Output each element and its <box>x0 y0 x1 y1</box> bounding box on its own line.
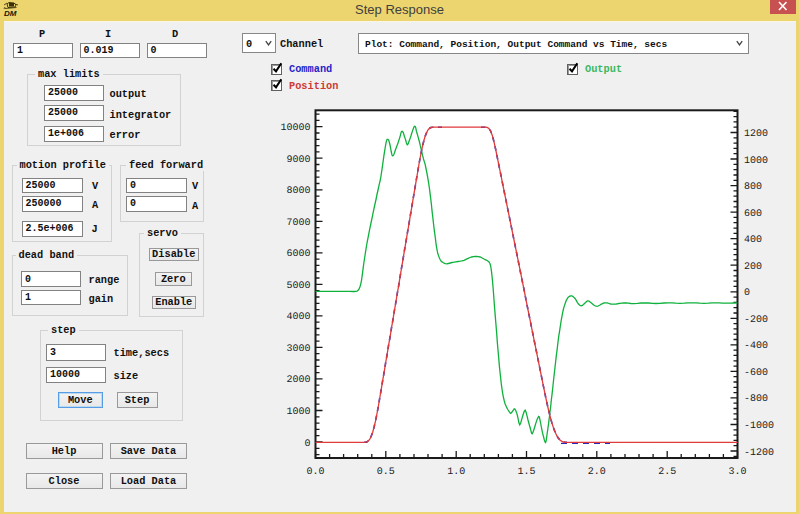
svg-text:0: 0 <box>304 439 310 450</box>
svg-text:2000: 2000 <box>286 375 310 386</box>
svg-text:1000: 1000 <box>286 407 310 418</box>
svg-text:2.5: 2.5 <box>658 467 676 478</box>
svg-text:-400: -400 <box>744 341 768 352</box>
svg-text:-1200: -1200 <box>744 448 774 459</box>
svg-text:1000: 1000 <box>744 156 768 167</box>
svg-text:3000: 3000 <box>286 344 310 355</box>
svg-text:0: 0 <box>744 288 750 299</box>
svg-text:2.0: 2.0 <box>588 467 606 478</box>
svg-text:1200: 1200 <box>744 129 768 140</box>
svg-text:5000: 5000 <box>286 281 310 292</box>
svg-text:1.5: 1.5 <box>517 467 535 478</box>
svg-text:200: 200 <box>744 262 762 273</box>
svg-text:-800: -800 <box>744 394 768 405</box>
svg-text:3.0: 3.0 <box>728 467 746 478</box>
svg-text:6000: 6000 <box>286 249 310 260</box>
svg-text:-600: -600 <box>744 368 768 379</box>
svg-text:0.0: 0.0 <box>306 467 324 478</box>
svg-text:4000: 4000 <box>286 312 310 323</box>
svg-text:400: 400 <box>744 235 762 246</box>
svg-text:-200: -200 <box>744 315 768 326</box>
svg-text:800: 800 <box>744 182 762 193</box>
svg-text:1.0: 1.0 <box>447 467 465 478</box>
svg-text:8000: 8000 <box>286 186 310 197</box>
svg-text:0.5: 0.5 <box>377 467 395 478</box>
svg-text:7000: 7000 <box>286 218 310 229</box>
svg-text:600: 600 <box>744 209 762 220</box>
svg-text:9000: 9000 <box>286 155 310 166</box>
svg-text:10000: 10000 <box>280 123 310 134</box>
svg-text:-1000: -1000 <box>744 421 774 432</box>
